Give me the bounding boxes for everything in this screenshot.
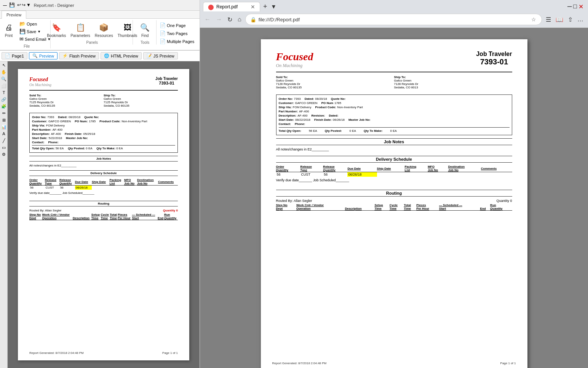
col-pieces-per-hour: PiecesPer Hour — [118, 213, 132, 220]
undo-icon[interactable]: ↩ — [17, 2, 21, 8]
pdf-address-block: Sold To: Gafco Green 7128 Reynolds Dr Se… — [276, 75, 512, 91]
refresh-button[interactable]: ↻ — [226, 15, 234, 24]
col-mfo-job-no: MFOJob No — [124, 178, 137, 186]
pdf-cell-due-date: 06/26/18 — [347, 172, 377, 177]
textbox-icon[interactable]: A — [1, 131, 7, 137]
secondary-toolbar: 📄 Page1 🔍 Preview ⚡ Flash Preview 🌐 HTML… — [0, 51, 200, 61]
plugin-icon[interactable]: 🧩 — [1, 103, 7, 109]
window-maximize[interactable]: □ — [573, 3, 577, 10]
pdf-product-code-value: Non-Inventory Part — [337, 106, 363, 109]
hand-icon[interactable]: ✋ — [1, 69, 7, 75]
js-preview-tab[interactable]: 📝 JS Preview — [143, 52, 178, 59]
cell-dest-job-no — [137, 186, 158, 190]
new-tab-button[interactable]: + — [262, 2, 269, 11]
home-button[interactable]: ⌂ — [236, 15, 243, 24]
pdf-phone-field: Phone: — [295, 122, 305, 126]
back-button[interactable]: ← — [203, 15, 212, 24]
pdf-start-date-field: Start Date: 08/22/2018 — [279, 118, 311, 122]
tab-close-button[interactable]: ✕ — [251, 4, 255, 10]
pdf-routing-table: Step NoDept Work Cntr / VendorOperation … — [276, 203, 512, 268]
resources-icon: 📦 — [98, 21, 110, 34]
panels-group-label: Panels — [86, 40, 98, 45]
window-title: Report.mrt - Designer — [34, 3, 74, 8]
pdf-col-run-qty: RunQuantity — [490, 203, 512, 211]
print-button[interactable]: 🖨 Print — [1, 20, 17, 43]
forward-button[interactable]: → — [214, 15, 224, 24]
routed-by-text: Routed By: Allan Segler — [29, 209, 62, 212]
settings-icon[interactable]: ⚙ — [1, 151, 7, 157]
info-row-4: Part Number: AF-400 — [32, 128, 175, 131]
highlight-icon[interactable]: ✏ — [1, 110, 7, 116]
pdf-job-notes-text: All notes/changes in E2_________ — [276, 147, 512, 151]
col-order-qty: OrderQuantity — [29, 178, 45, 186]
two-pages-button[interactable]: 📄 Two Pages — [158, 30, 196, 37]
sold-to-label: Sold To: — [29, 94, 41, 97]
find-button[interactable]: 🔍 Find — [137, 20, 153, 39]
bookmarks-icon: 🔖 — [50, 21, 62, 34]
rect-icon[interactable]: ▭ — [1, 144, 7, 150]
html-preview-tab[interactable]: 🌐 HTML Preview — [101, 52, 142, 59]
ship-to-addr1: 7125 Reynolds Dr — [104, 101, 178, 104]
share-button[interactable]: ⇧ — [566, 15, 574, 24]
more-button[interactable]: … — [576, 15, 585, 24]
pdf-col-step-dept: Step NoDept — [276, 203, 296, 211]
pdf-cell-comments — [481, 172, 512, 177]
pdf-col-pieces-per-hour: PiecesPer Hour — [416, 203, 439, 211]
pdf-document: Focused On Machining Job Traveler 7393-0… — [261, 39, 527, 368]
flash-preview-tab[interactable]: ⚡ Flash Preview — [59, 52, 99, 59]
preview-tab[interactable]: 🔍 Preview — [29, 52, 58, 59]
dated-value: 08/20/18 — [69, 115, 80, 119]
parameters-button[interactable]: 📋 Parameters — [69, 20, 92, 39]
page1-tab[interactable]: 📄 Page1 — [2, 52, 27, 59]
browser-tab[interactable]: ⬤ Report.pdf ✕ — [203, 2, 260, 11]
bookmarks-label: Bookmarks — [47, 34, 66, 38]
left-panel: ─ 💾 ↩ ↪ ▼ Report.mrt - Designer Preview … — [0, 0, 200, 368]
pdf-order-no-value: 7393 — [294, 97, 301, 101]
cursor-icon[interactable]: ↖ — [1, 62, 7, 68]
reading-list-button[interactable]: 📖 — [554, 15, 565, 24]
pdf-col-packing-list: PackingList — [405, 165, 428, 172]
tab-menu-button[interactable]: ▾ — [270, 2, 277, 11]
pdf-routing-header-row: Step NoDept Work Cntr / VendorOperation … — [276, 203, 512, 211]
line-icon[interactable]: ╱ — [1, 138, 7, 144]
doc-title-block: Job Traveler 7393-01 — [155, 77, 178, 85]
pdf-qty-posted-label: Qty Posted: — [325, 129, 342, 133]
bookmark-star-button[interactable]: ☆ — [530, 16, 537, 23]
pdf-ship-to-name: Gafco Green — [394, 79, 512, 82]
pdf-cell-order-qty: 56 — [276, 172, 300, 177]
chart-icon[interactable]: 📊 — [1, 124, 7, 130]
window-minimize[interactable]: ─ — [567, 3, 572, 10]
multiple-pages-button[interactable]: 📄 Multiple Pages — [158, 38, 196, 45]
browser-nav-bar: ← → ↻ ⌂ 🔒 file:///D:/Report.pdf ☆ ☰ 📖 ⇧ … — [200, 11, 588, 27]
ribbon-tab-preview[interactable]: Preview — [2, 11, 26, 19]
routing-sub-header: Routed By: Allan Segler Quantity 0 — [29, 209, 178, 212]
quick-access-icon[interactable]: ▼ — [26, 2, 31, 8]
link-icon[interactable]: 🔗 — [1, 96, 7, 102]
favorites-button[interactable]: ☰ — [544, 15, 553, 24]
text-icon[interactable]: T — [1, 90, 7, 96]
print-icon: 🖨 — [3, 21, 15, 34]
resources-button[interactable]: 📦 Resources — [93, 20, 115, 39]
window-close[interactable]: ✕ — [578, 3, 583, 10]
title-bar: ─ 💾 ↩ ↪ ▼ Report.mrt - Designer — [0, 0, 200, 11]
address-bar[interactable]: 🔒 file:///D:/Report.pdf ☆ — [245, 14, 542, 25]
pdf-info-row-1: Order No: 7393 Dated: 08/20/18 Quote No: — [279, 97, 510, 101]
pdf-master-job-field: Master Job No: — [348, 118, 371, 122]
view-options-list: 📄 One Page 📄 Two Pages 📄 Multiple Pages — [156, 20, 198, 46]
pdf-info-box: Order No: 7393 Dated: 08/20/18 Quote No:… — [276, 94, 512, 135]
redo-icon[interactable]: ↪ — [22, 2, 26, 8]
pdf-verify-text: Verify due date_______ Job Scheduled____… — [276, 178, 512, 182]
table-icon[interactable]: ⊞ — [1, 117, 7, 123]
col-run-qty: RunQuantity — [164, 213, 178, 220]
open-label: Open — [27, 22, 37, 26]
select-icon[interactable]: ⬜ — [1, 83, 7, 89]
one-page-button[interactable]: 📄 One Page — [158, 22, 196, 29]
minimize-icon[interactable]: ─ — [3, 2, 7, 8]
delivery-header-row-1: OrderQuantity ReleaseType ReleaseQuantit… — [29, 178, 178, 186]
bookmarks-button[interactable]: 🔖 Bookmarks — [45, 20, 68, 39]
pdf-finish-date-value: 06/26/18 — [333, 118, 345, 122]
save-icon-toolbar[interactable]: 💾 — [9, 2, 15, 8]
save-dropdown-icon[interactable]: ▼ — [37, 30, 41, 34]
zoom-icon[interactable]: 🔍 — [1, 76, 7, 82]
pdf-ship-to-label: Ship To: — [394, 75, 406, 79]
